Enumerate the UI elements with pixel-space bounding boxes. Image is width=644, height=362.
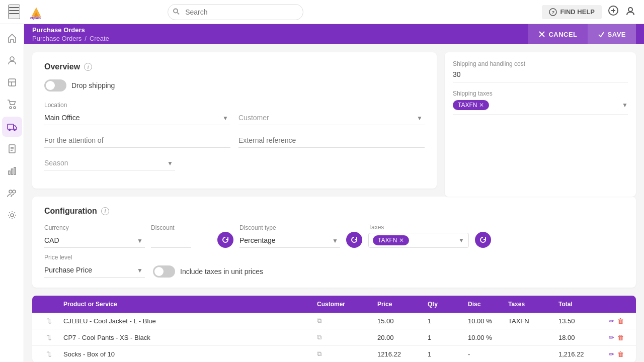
page-title: Purchase Orders: [32, 26, 109, 34]
row-drag-handle[interactable]: ⇅: [36, 334, 61, 341]
row-actions: ✏ 🗑: [607, 317, 632, 325]
logo: erplain: [28, 4, 44, 20]
row-drag-handle[interactable]: ⇅: [36, 350, 61, 358]
svg-rect-17: [9, 79, 16, 86]
add-button[interactable]: [608, 5, 619, 19]
table-row: ⇅ CP7 - Cool Pants - XS - Black ⧉ 20.00 …: [32, 329, 636, 346]
shipping-tax-tag: TAXFN ✕: [453, 100, 489, 110]
discount-type-select[interactable]: Percentage: [239, 233, 340, 248]
row-edit-icon[interactable]: ✏: [609, 317, 614, 325]
sidebar-item-home[interactable]: [2, 28, 22, 48]
svg-point-23: [9, 129, 10, 131]
search-icon: [173, 8, 180, 16]
attention-field: [44, 133, 230, 148]
season-select-wrapper: Season ▼: [44, 156, 175, 170]
sidebar-item-documents[interactable]: [2, 139, 22, 159]
sidebar-item-teams[interactable]: [2, 183, 22, 203]
currency-select[interactable]: CAD: [44, 233, 145, 248]
taxes-dropdown-icon[interactable]: ▼: [458, 237, 464, 244]
svg-text:?: ?: [552, 10, 555, 15]
sidebar-item-users[interactable]: [2, 50, 22, 70]
season-select[interactable]: Season: [44, 156, 175, 170]
row-edit-icon[interactable]: ✏: [609, 334, 614, 341]
action-buttons: CANCEL SAVE: [528, 24, 636, 44]
th-disc: Disc: [466, 301, 506, 308]
config-info-icon[interactable]: i: [101, 207, 109, 215]
save-button[interactable]: SAVE: [588, 24, 636, 44]
shipping-taxes-row: TAXFN ✕ ▼: [453, 100, 628, 115]
sidebar-item-reports[interactable]: [2, 161, 22, 181]
find-help-button[interactable]: ? FIND HELP: [542, 5, 602, 19]
row-price: 20.00: [375, 334, 426, 341]
customer-copy-icon[interactable]: ⧉: [317, 317, 321, 324]
shipping-taxes-label: Shipping taxes: [453, 90, 628, 97]
row-delete-icon[interactable]: 🗑: [617, 317, 624, 325]
taxes-refresh-button[interactable]: [475, 232, 491, 248]
search-input[interactable]: [168, 4, 303, 20]
row-product: CP7 - Cool Pants - XS - Black: [61, 334, 315, 341]
price-level-field: Price level Purchase Price ▼: [44, 254, 145, 278]
include-taxes-toggle[interactable]: [153, 265, 175, 278]
row-product: CJLBLU - Cool Jacket - L - Blue: [61, 317, 315, 325]
overview-info-icon[interactable]: i: [84, 63, 92, 71]
breadcrumb-parent[interactable]: Purchase Orders: [32, 35, 82, 42]
search-bar: [168, 4, 303, 20]
row-total: 1,216.22: [556, 350, 607, 358]
th-drag: [36, 301, 61, 308]
table-header: Product or Service Customer Price Qty Di…: [32, 296, 636, 313]
cancel-button[interactable]: CANCEL: [528, 24, 587, 44]
sidebar-item-products[interactable]: [2, 72, 22, 93]
svg-point-20: [10, 107, 12, 109]
external-ref-field: [238, 133, 425, 148]
currency-field: Currency CAD ▼: [44, 224, 145, 248]
sidebar-item-orders[interactable]: [2, 95, 22, 115]
discount-type-select-wrapper: Percentage ▼: [239, 233, 340, 248]
customer-copy-icon[interactable]: ⧉: [317, 350, 321, 357]
discount-refresh-button[interactable]: [217, 232, 233, 248]
customer-select[interactable]: Customer: [238, 111, 425, 125]
row-delete-icon[interactable]: 🗑: [617, 334, 624, 341]
discount-type-refresh-button[interactable]: [346, 232, 362, 248]
config-tax-remove[interactable]: ✕: [399, 237, 404, 244]
row-taxes: TAXFN: [506, 317, 556, 325]
attention-input[interactable]: [44, 133, 230, 148]
svg-point-33: [13, 190, 16, 193]
shipping-cost-value[interactable]: 30: [453, 70, 628, 83]
drop-shipping-label: Drop shipping: [71, 81, 115, 89]
price-level-select[interactable]: Purchase Price: [44, 263, 145, 278]
location-customer-row: Location Main Office ▼ Customer ▼: [44, 102, 425, 125]
drop-shipping-toggle[interactable]: [44, 79, 66, 92]
row-actions: ✏ 🗑: [607, 334, 632, 341]
external-ref-input[interactable]: [238, 133, 425, 148]
shipping-taxes-dropdown-icon[interactable]: ▼: [622, 102, 628, 109]
overview-card: Overview i Drop shipping Location Main O…: [32, 52, 437, 189]
row-drag-handle[interactable]: ⇅: [36, 317, 61, 325]
currency-select-wrapper: CAD ▼: [44, 233, 145, 248]
hamburger-button[interactable]: [8, 5, 20, 19]
svg-point-32: [9, 190, 12, 193]
location-select-wrapper: Main Office ▼: [44, 111, 230, 125]
row-qty: 1: [426, 350, 466, 358]
profile-button[interactable]: [625, 5, 636, 19]
customer-copy-icon[interactable]: ⧉: [317, 333, 321, 341]
th-taxes: Taxes: [506, 301, 556, 308]
sidebar-item-shipping[interactable]: [2, 117, 22, 137]
th-customer: Customer: [315, 301, 375, 308]
row-price: 15.00: [375, 317, 426, 325]
shipping-tax-remove[interactable]: ✕: [479, 102, 484, 109]
overview-title: Overview i: [44, 62, 425, 71]
row-customer: ⧉: [315, 317, 375, 325]
svg-point-24: [14, 129, 15, 131]
row-customer: ⧉: [315, 350, 375, 358]
price-level-select-wrapper: Purchase Price ▼: [44, 263, 145, 278]
table-row: ⇅ Socks - Box of 10 ⧉ 1216.22 1 - 1,216.…: [32, 346, 636, 362]
discount-input[interactable]: 10: [151, 233, 191, 248]
row-actions: ✏ 🗑: [607, 350, 632, 358]
row-edit-icon[interactable]: ✏: [609, 350, 614, 358]
taxes-field: Taxes TAXFN ✕ ▼: [368, 224, 469, 248]
sidebar-item-settings[interactable]: [2, 205, 22, 225]
svg-point-34: [11, 214, 14, 217]
row-delete-icon[interactable]: 🗑: [617, 350, 624, 358]
location-select[interactable]: Main Office: [44, 111, 230, 125]
svg-point-6: [174, 9, 178, 13]
